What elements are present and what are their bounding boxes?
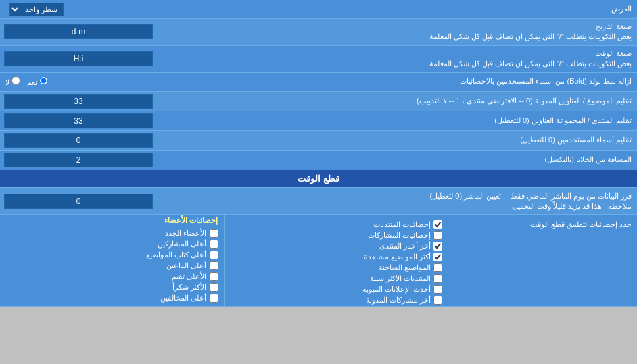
cutoff-section-header: قطع الوقت — [0, 170, 637, 188]
check-new-members-input[interactable] — [210, 229, 218, 238]
check-top-inviters-input[interactable] — [210, 261, 218, 270]
trim-username-row: تقليم أسماء المستخدمين (0 للتعطيل) — [0, 131, 637, 151]
check-new-members-label: الأعضاء الجدد — [165, 229, 206, 238]
trim-forum-input-cell — [0, 111, 189, 130]
trim-username-input-cell — [0, 131, 189, 150]
check-top-rated-label: الأعلى تقيم — [172, 272, 206, 281]
trim-topic-row: تقليم الموضوع / العناوين المدونة (0 -- ا… — [0, 92, 637, 111]
bold-row: ازالة نمط بولد (Bold) من اسماء المستخدمي… — [0, 73, 637, 92]
cell-spacing-input-cell — [0, 151, 189, 170]
trim-username-input[interactable] — [4, 133, 153, 148]
trim-username-label: تقليم أسماء المستخدمين (0 للتعطيل) — [189, 132, 637, 148]
check-top-authors-label: أعلى كتاب المواضيع — [146, 251, 206, 259]
radio-no-label[interactable]: لا — [5, 76, 20, 87]
check-top-inviters-label: أعلى الداعين — [166, 261, 206, 270]
check-top-violators-label: أعلى المخالفين — [160, 294, 206, 303]
check-most-viewed: أكثر المواضيع مشاهدة — [230, 253, 443, 261]
check-top-violators-input[interactable] — [210, 294, 218, 303]
stats-limit-container: حدد إحصائيات لتطبيق قطع الوقت إحصائيات ا… — [0, 215, 637, 307]
check-forum-stats-label: إحصائيات المنتديات — [373, 220, 431, 229]
cell-spacing-label: المسافة بين الخلايا (بالبكسل) — [189, 152, 637, 167]
date-format-input[interactable] — [4, 24, 153, 39]
check-most-thanked: الأكثر شكراً — [5, 283, 218, 292]
time-format-label: صيغة الوقت بعض التكوينات يتطلب "/" التي … — [189, 46, 637, 72]
time-format-row: صيغة الوقت بعض التكوينات يتطلب "/" التي … — [0, 46, 637, 73]
trim-forum-label: تقليم المنتدى / المجموعة العناوين (0 للت… — [189, 113, 637, 128]
date-format-label: صيغة التاريخ بعض التكوينات يتطلب "/" الت… — [189, 19, 637, 45]
radio-yes-input[interactable] — [39, 76, 48, 85]
radio-yes-label[interactable]: نعم — [27, 76, 48, 87]
cutoff-input[interactable] — [4, 194, 153, 209]
check-new-members: الأعضاء الجدد — [5, 229, 218, 238]
check-top-inviters: أعلى الداعين — [5, 261, 218, 270]
display-label: العرض — [189, 1, 637, 17]
check-forum-news-label: أخر أخبار المنتدى — [379, 242, 431, 251]
check-blog-posts: أخر مشاركات المدونة — [230, 296, 443, 305]
display-input-cell: سطر واحد سطرين ثلاثة أسطر — [0, 1, 189, 18]
check-most-thanked-input[interactable] — [210, 283, 218, 292]
check-blog-posts-label: أخر مشاركات المدونة — [366, 296, 431, 305]
check-forum-news-input[interactable] — [433, 242, 442, 251]
main-container: العرض سطر واحد سطرين ثلاثة أسطر صيغة الت… — [0, 0, 637, 307]
check-post-stats-input[interactable] — [433, 231, 442, 240]
checkbox-col-2: إحصائيات الأعضاء الأعضاء الجدد أعلى المش… — [0, 215, 224, 306]
check-forum-news: أخر أخبار المنتدى — [230, 242, 443, 251]
check-top-posters: أعلى المشاركين — [5, 240, 218, 249]
check-most-thanked-label: الأكثر شكراً — [172, 283, 206, 292]
trim-forum-input[interactable] — [4, 113, 153, 128]
bold-radio-group: نعم لا — [0, 74, 53, 90]
check-top-authors: أعلى كتاب المواضيع — [5, 251, 218, 259]
time-format-input-cell — [0, 49, 189, 68]
check-forum-stats-input[interactable] — [433, 220, 442, 229]
check-classified-ads: أحدث الإعلانات المبوبة — [230, 285, 443, 294]
check-similar-forums-input[interactable] — [433, 274, 442, 283]
col1-items: إحصائيات المنتديات إحصائيات المشاركات أخ… — [225, 219, 448, 306]
trim-topic-input[interactable] — [4, 94, 153, 109]
check-most-viewed-input[interactable] — [433, 253, 442, 261]
trim-topic-input-cell — [0, 92, 189, 111]
check-post-stats: إحصائيات المشاركات — [230, 231, 443, 240]
radio-no-input[interactable] — [11, 76, 20, 85]
checkboxes-container: إحصائيات المنتديات إحصائيات المشاركات أخ… — [0, 215, 448, 306]
check-classified-ads-label: أحدث الإعلانات المبوبة — [362, 285, 431, 294]
trim-forum-row: تقليم المنتدى / المجموعة العناوين (0 للت… — [0, 111, 637, 131]
check-hot-topics-input[interactable] — [433, 263, 442, 272]
check-hot-topics: المواضيع الساخنة — [230, 263, 443, 272]
check-top-rated-input[interactable] — [210, 272, 218, 281]
time-format-input[interactable] — [4, 51, 153, 66]
stats-limit-label: حدد إحصائيات لتطبيق قطع الوقت — [448, 215, 637, 306]
checkbox-col-1: إحصائيات المنتديات إحصائيات المشاركات أخ… — [224, 215, 448, 306]
check-most-viewed-label: أكثر المواضيع مشاهدة — [364, 253, 431, 261]
display-row: العرض سطر واحد سطرين ثلاثة أسطر — [0, 0, 637, 19]
check-top-rated: الأعلى تقيم — [5, 272, 218, 281]
bold-label: ازالة نمط بولد (Bold) من اسماء المستخدمي… — [53, 74, 637, 89]
cell-spacing-row: المسافة بين الخلايا (بالبكسل) — [0, 151, 637, 170]
check-similar-forums: المنتديات الأكثر شبية — [230, 274, 443, 283]
check-forum-stats: إحصائيات المنتديات — [230, 220, 443, 229]
cell-spacing-input[interactable] — [4, 153, 153, 167]
cutoff-label: فرز البيانات من يوم الماشر الماضي فقط --… — [189, 188, 637, 215]
check-classified-ads-input[interactable] — [433, 285, 442, 294]
date-format-input-cell — [0, 22, 189, 41]
check-hot-topics-label: المواضيع الساخنة — [379, 263, 431, 272]
check-blog-posts-input[interactable] — [433, 296, 442, 305]
cutoff-input-cell — [0, 192, 189, 211]
col2-header: إحصائيات الأعضاء — [0, 215, 224, 228]
check-post-stats-label: إحصائيات المشاركات — [368, 231, 431, 240]
check-top-violators: أعلى المخالفين — [5, 294, 218, 303]
date-format-row: صيغة التاريخ بعض التكوينات يتطلب "/" الت… — [0, 19, 637, 46]
check-top-authors-input[interactable] — [210, 251, 218, 259]
cutoff-row: فرز البيانات من يوم الماشر الماضي فقط --… — [0, 188, 637, 215]
display-select[interactable]: سطر واحد سطرين ثلاثة أسطر — [9, 3, 64, 16]
check-similar-forums-label: المنتديات الأكثر شبية — [370, 274, 431, 283]
check-top-posters-input[interactable] — [210, 240, 218, 249]
trim-topic-label: تقليم الموضوع / العناوين المدونة (0 -- ا… — [189, 93, 637, 109]
check-top-posters-label: أعلى المشاركين — [158, 240, 206, 249]
col2-items: الأعضاء الجدد أعلى المشاركين أعلى كتاب ا… — [0, 228, 224, 304]
